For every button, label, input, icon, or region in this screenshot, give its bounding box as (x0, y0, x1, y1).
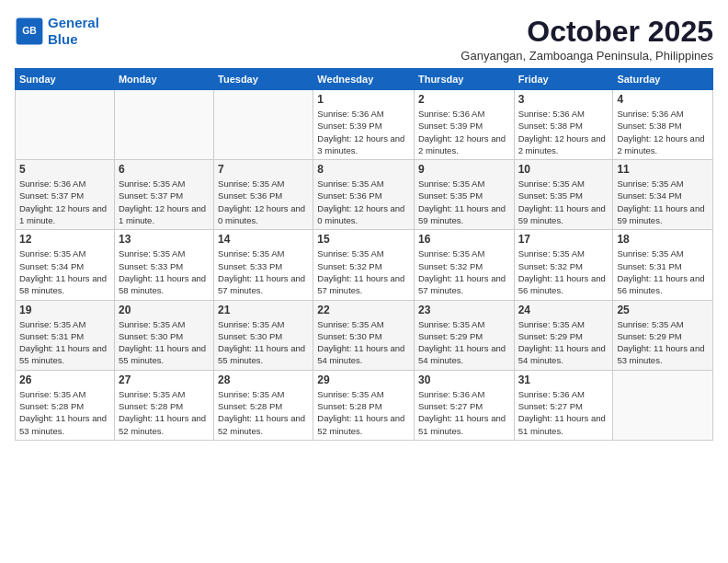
day-number: 25 (617, 304, 709, 316)
day-number: 12 (19, 233, 110, 246)
day-info: Sunrise: 5:35 AM Sunset: 5:29 PM Dayligh… (518, 318, 609, 367)
calendar-cell: 25Sunrise: 5:35 AM Sunset: 5:29 PM Dayli… (613, 300, 713, 370)
calendar-cell: 22Sunrise: 5:35 AM Sunset: 5:30 PM Dayli… (313, 300, 415, 370)
day-number: 28 (218, 373, 309, 386)
day-number: 2 (418, 93, 510, 106)
calendar-cell: 30Sunrise: 5:36 AM Sunset: 5:27 PM Dayli… (414, 370, 514, 440)
day-info: Sunrise: 5:36 AM Sunset: 5:38 PM Dayligh… (617, 108, 709, 156)
header-row: SundayMondayTuesdayWednesdayThursdayFrid… (16, 69, 713, 90)
calendar-cell: 6Sunrise: 5:35 AM Sunset: 5:37 PM Daylig… (114, 160, 213, 230)
header-cell-saturday: Saturday (613, 69, 713, 90)
location-subtitle: Ganyangan, Zamboanga Peninsula, Philippi… (461, 49, 713, 63)
week-row-5: 26Sunrise: 5:35 AM Sunset: 5:28 PM Dayli… (16, 370, 713, 440)
day-number: 18 (617, 233, 709, 246)
day-info: Sunrise: 5:35 AM Sunset: 5:35 PM Dayligh… (518, 178, 609, 226)
day-number: 21 (218, 304, 309, 316)
logo-line2: Blue (48, 31, 78, 47)
calendar-cell: 7Sunrise: 5:35 AM Sunset: 5:36 PM Daylig… (214, 160, 313, 230)
calendar-cell: 13Sunrise: 5:35 AM Sunset: 5:33 PM Dayli… (114, 230, 213, 300)
calendar-cell: 1Sunrise: 5:36 AM Sunset: 5:39 PM Daylig… (313, 90, 415, 160)
day-info: Sunrise: 5:36 AM Sunset: 5:39 PM Dayligh… (418, 108, 510, 156)
day-number: 3 (518, 93, 609, 106)
title-block: October 2025 Ganyangan, Zamboanga Penins… (461, 15, 713, 63)
calendar-cell: 11Sunrise: 5:35 AM Sunset: 5:34 PM Dayli… (613, 160, 713, 230)
day-number: 26 (19, 373, 110, 386)
week-row-2: 5Sunrise: 5:36 AM Sunset: 5:37 PM Daylig… (16, 160, 713, 230)
day-number: 31 (518, 373, 609, 386)
day-info: Sunrise: 5:36 AM Sunset: 5:39 PM Dayligh… (317, 108, 410, 156)
week-row-1: 1Sunrise: 5:36 AM Sunset: 5:39 PM Daylig… (16, 90, 713, 160)
calendar-cell: 17Sunrise: 5:35 AM Sunset: 5:32 PM Dayli… (514, 230, 613, 300)
day-info: Sunrise: 5:35 AM Sunset: 5:37 PM Dayligh… (119, 178, 210, 226)
day-info: Sunrise: 5:35 AM Sunset: 5:34 PM Dayligh… (617, 178, 709, 226)
calendar-cell: 18Sunrise: 5:35 AM Sunset: 5:31 PM Dayli… (613, 230, 713, 300)
calendar-cell: 29Sunrise: 5:35 AM Sunset: 5:28 PM Dayli… (313, 370, 415, 440)
day-info: Sunrise: 5:35 AM Sunset: 5:30 PM Dayligh… (218, 318, 309, 367)
header-cell-friday: Friday (514, 69, 613, 90)
calendar-cell: 31Sunrise: 5:36 AM Sunset: 5:27 PM Dayli… (514, 370, 613, 440)
day-number: 27 (119, 373, 210, 386)
logo: GB General Blue (15, 15, 99, 48)
day-number: 24 (518, 304, 609, 316)
day-info: Sunrise: 5:35 AM Sunset: 5:31 PM Dayligh… (617, 247, 709, 296)
week-row-4: 19Sunrise: 5:35 AM Sunset: 5:31 PM Dayli… (16, 300, 713, 370)
calendar-header: SundayMondayTuesdayWednesdayThursdayFrid… (16, 69, 713, 90)
header-cell-wednesday: Wednesday (313, 69, 415, 90)
calendar-cell (16, 90, 115, 160)
logo-text: General Blue (48, 15, 99, 48)
day-number: 20 (119, 304, 210, 316)
logo-icon: GB (15, 17, 44, 46)
logo-line1: General (48, 15, 99, 30)
day-number: 6 (119, 163, 210, 176)
day-number: 8 (317, 163, 410, 176)
day-number: 19 (19, 304, 110, 316)
day-info: Sunrise: 5:35 AM Sunset: 5:33 PM Dayligh… (119, 247, 210, 296)
day-number: 15 (317, 233, 410, 246)
day-info: Sunrise: 5:36 AM Sunset: 5:38 PM Dayligh… (518, 108, 609, 156)
header-cell-monday: Monday (114, 69, 213, 90)
day-info: Sunrise: 5:35 AM Sunset: 5:29 PM Dayligh… (418, 318, 510, 367)
day-info: Sunrise: 5:35 AM Sunset: 5:28 PM Dayligh… (317, 388, 410, 437)
calendar-cell: 2Sunrise: 5:36 AM Sunset: 5:39 PM Daylig… (414, 90, 514, 160)
day-number: 17 (518, 233, 609, 246)
calendar-cell (114, 90, 213, 160)
day-number: 7 (218, 163, 309, 176)
day-info: Sunrise: 5:36 AM Sunset: 5:27 PM Dayligh… (418, 388, 510, 437)
calendar-cell: 15Sunrise: 5:35 AM Sunset: 5:32 PM Dayli… (313, 230, 415, 300)
calendar-cell: 21Sunrise: 5:35 AM Sunset: 5:30 PM Dayli… (214, 300, 313, 370)
day-info: Sunrise: 5:35 AM Sunset: 5:28 PM Dayligh… (19, 388, 110, 437)
month-title: October 2025 (461, 15, 713, 49)
calendar-table: SundayMondayTuesdayWednesdayThursdayFrid… (15, 68, 713, 441)
header-cell-tuesday: Tuesday (214, 69, 313, 90)
day-number: 23 (418, 304, 510, 316)
calendar-body: 1Sunrise: 5:36 AM Sunset: 5:39 PM Daylig… (16, 90, 713, 441)
day-info: Sunrise: 5:35 AM Sunset: 5:36 PM Dayligh… (218, 178, 309, 226)
calendar-cell: 5Sunrise: 5:36 AM Sunset: 5:37 PM Daylig… (16, 160, 115, 230)
page-header: GB General Blue October 2025 Ganyangan, … (15, 15, 713, 63)
day-number: 10 (518, 163, 609, 176)
day-info: Sunrise: 5:35 AM Sunset: 5:30 PM Dayligh… (119, 318, 210, 367)
day-number: 5 (19, 163, 110, 176)
day-number: 13 (119, 233, 210, 246)
day-info: Sunrise: 5:35 AM Sunset: 5:31 PM Dayligh… (19, 318, 110, 367)
day-info: Sunrise: 5:35 AM Sunset: 5:34 PM Dayligh… (19, 247, 110, 296)
calendar-cell: 28Sunrise: 5:35 AM Sunset: 5:28 PM Dayli… (214, 370, 313, 440)
calendar-cell: 16Sunrise: 5:35 AM Sunset: 5:32 PM Dayli… (414, 230, 514, 300)
day-number: 9 (418, 163, 510, 176)
day-info: Sunrise: 5:35 AM Sunset: 5:30 PM Dayligh… (317, 318, 410, 367)
day-number: 22 (317, 304, 410, 316)
calendar-cell (214, 90, 313, 160)
calendar-cell: 9Sunrise: 5:35 AM Sunset: 5:35 PM Daylig… (414, 160, 514, 230)
day-info: Sunrise: 5:36 AM Sunset: 5:37 PM Dayligh… (19, 178, 110, 226)
calendar-cell: 3Sunrise: 5:36 AM Sunset: 5:38 PM Daylig… (514, 90, 613, 160)
calendar-cell: 12Sunrise: 5:35 AM Sunset: 5:34 PM Dayli… (16, 230, 115, 300)
week-row-3: 12Sunrise: 5:35 AM Sunset: 5:34 PM Dayli… (16, 230, 713, 300)
header-cell-sunday: Sunday (16, 69, 115, 90)
day-number: 4 (617, 93, 709, 106)
day-info: Sunrise: 5:35 AM Sunset: 5:32 PM Dayligh… (518, 247, 609, 296)
calendar-cell: 10Sunrise: 5:35 AM Sunset: 5:35 PM Dayli… (514, 160, 613, 230)
day-info: Sunrise: 5:36 AM Sunset: 5:27 PM Dayligh… (518, 388, 609, 437)
calendar-cell: 4Sunrise: 5:36 AM Sunset: 5:38 PM Daylig… (613, 90, 713, 160)
day-info: Sunrise: 5:35 AM Sunset: 5:33 PM Dayligh… (218, 247, 309, 296)
day-number: 30 (418, 373, 510, 386)
